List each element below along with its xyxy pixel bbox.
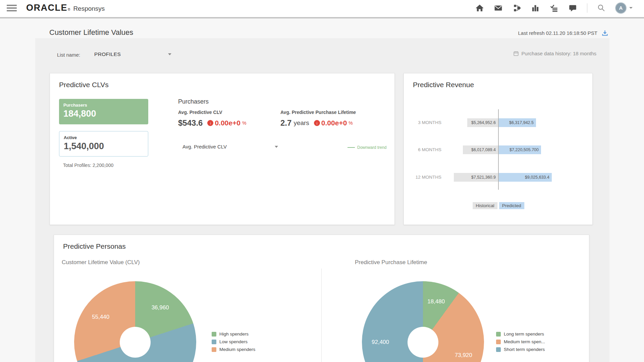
list-name-label: List name:: [57, 52, 80, 58]
active-stat-box: Active 1,540,000: [59, 131, 148, 157]
purchasers-stat-box: Purchasers 184,800: [59, 99, 148, 124]
clv-chart-title: Customer Lifetime Value (CLV): [62, 259, 140, 266]
trend-legend: Downward trend: [347, 145, 386, 150]
user-menu[interactable]: A: [615, 2, 633, 14]
predicted-bar-value: $6,317,942.5: [509, 120, 534, 125]
legend-item[interactable]: Medium spenders: [212, 347, 255, 352]
predicted-bar-value: $7,220,505.700: [509, 147, 539, 152]
historical-bar: $5,264,952.6: [467, 118, 498, 127]
pie-value-label: 18,480: [427, 298, 445, 305]
avg-predictive-clv-metric: Avg. Predictive CLV $543.6 ↓ 0.00e+0 %: [178, 110, 246, 128]
legend-label: Medium spenders: [219, 347, 255, 352]
search-icon[interactable]: [597, 4, 605, 12]
clv-chart-legend: High spendersLow spendersMedium spenders: [212, 331, 255, 352]
lifetime-donut-chart: 18,48073,92092,400: [362, 281, 484, 362]
legend-label: Low spenders: [219, 339, 248, 344]
brand-name: ORACLE: [26, 3, 67, 13]
predicted-bar: $6,317,942.5: [499, 118, 536, 127]
program-icon[interactable]: [513, 4, 521, 12]
downward-delta-icon: ↓: [207, 120, 213, 126]
page-title: Customer Lifetime Values: [49, 28, 133, 37]
chevron-down-icon: [275, 146, 278, 148]
download-icon[interactable]: [601, 29, 608, 37]
historical-bar-value: $7,521,360.9: [471, 175, 496, 180]
metric-label: Avg. Predictive CLV: [178, 110, 246, 115]
tasks-icon[interactable]: [549, 4, 558, 12]
predicted-bar: $7,220,505.700: [499, 145, 541, 154]
stat-value: 184,800: [63, 109, 144, 119]
metric-select[interactable]: Avg. Predictive CLV: [182, 144, 278, 149]
predictive-clvs-title: Predictive CLVs: [59, 81, 109, 89]
last-refresh-area: Last refresh 02.11.20 16:18:50 PST: [518, 29, 608, 37]
navbar-icons: A: [475, 2, 633, 14]
predictive-personas-card: Predictive Personas Customer Lifetime Va…: [54, 235, 589, 362]
lifetime-chart-legend: Long term spendersMedium term spen...Sho…: [496, 331, 545, 352]
legend-label: High spenders: [219, 331, 249, 337]
metric-delta-unit: %: [242, 120, 246, 126]
historical-bar: $6,017,089.4: [463, 145, 498, 154]
chevron-down-icon: [168, 53, 171, 55]
legend-item[interactable]: Long term spenders: [496, 331, 545, 337]
pie-value-label: 73,920: [455, 352, 472, 359]
metric-value: $543.6: [178, 118, 203, 128]
purchase-history: Purchase data history: 18 months: [513, 51, 596, 56]
legend-swatch: [212, 332, 216, 337]
legend-item[interactable]: Medium term spen...: [496, 339, 545, 344]
stat-label: Active: [64, 135, 144, 140]
list-name-value: PROFILES: [94, 51, 121, 57]
metric-select-value: Avg. Predictive CLV: [182, 144, 227, 149]
metric-value-suffix: years: [293, 119, 309, 127]
legend-label: Medium term spen...: [504, 339, 545, 344]
total-profiles: Total Profiles: 2,200,000: [63, 163, 113, 168]
revenue-period-label: 6 MONTHS: [404, 145, 441, 154]
revenue-period-label: 3 MONTHS: [404, 118, 441, 127]
trend-legend-text: Downward trend: [357, 145, 386, 150]
predicted-bar-value: $9,025,633.4: [525, 175, 549, 180]
legend-swatch: [496, 332, 501, 337]
revenue-legend: Historical Predicted: [473, 202, 524, 209]
legend-item[interactable]: Short term spenders: [496, 347, 545, 352]
lifetime-chart-title: Predictive Purchase Lifetime: [355, 259, 427, 266]
metric-label: Avg. Predictive Purchase Lifetime: [280, 110, 356, 115]
oracle-logo: ORACLE ® Responsys: [26, 3, 105, 13]
historical-bar-value: $6,017,089.4: [471, 147, 496, 152]
legend-item[interactable]: High spenders: [212, 331, 255, 337]
analytics-icon[interactable]: [531, 4, 540, 12]
avg-purchase-lifetime-metric: Avg. Predictive Purchase Lifetime 2.7 ye…: [280, 110, 356, 128]
mail-icon[interactable]: [494, 4, 503, 12]
page: ORACLE ® Responsys: [0, 0, 644, 362]
stat-label: Purchasers: [63, 103, 144, 108]
chevron-down-icon: [629, 7, 633, 9]
legend-label: Short term spenders: [504, 347, 545, 352]
predictive-revenue-card: Predictive Revenue 3 MONTHS$5,264,952.6$…: [404, 73, 593, 225]
metric-delta: 0.00e+0: [321, 119, 347, 127]
downward-delta-icon: ↓: [314, 120, 320, 126]
calendar-icon: [513, 51, 519, 56]
legend-historical[interactable]: Historical: [473, 202, 497, 209]
home-icon[interactable]: [475, 4, 484, 12]
top-navbar: ORACLE ® Responsys: [0, 0, 644, 18]
navbar-divider: [587, 3, 587, 13]
legend-swatch: [212, 347, 216, 352]
metric-delta: 0.00e+0: [215, 119, 240, 127]
product-name: Responsys: [73, 5, 105, 12]
legend-item[interactable]: Low spenders: [212, 339, 255, 344]
legend-predicted[interactable]: Predicted: [499, 202, 524, 209]
legend-swatch: [212, 340, 216, 344]
list-name-select[interactable]: PROFILES: [94, 51, 171, 57]
feedback-icon[interactable]: [568, 4, 577, 12]
trend-line-icon: [347, 147, 355, 148]
metric-delta-unit: %: [348, 120, 353, 126]
pie-value-label: 92,400: [372, 339, 389, 346]
menu-icon[interactable]: [7, 5, 17, 11]
revenue-period-label: 12 MONTHS: [404, 173, 441, 182]
legend-swatch: [496, 347, 501, 352]
predicted-bar: $9,025,633.4: [499, 173, 552, 182]
pie-value-label: 55,440: [92, 314, 109, 320]
registered-mark: ®: [68, 8, 70, 11]
legend-swatch: [496, 340, 501, 344]
avatar[interactable]: A: [615, 2, 627, 14]
chart-divider: [321, 268, 322, 362]
historical-bar-value: $5,264,952.6: [471, 120, 496, 125]
predictive-personas-title: Predictive Personas: [63, 242, 126, 250]
